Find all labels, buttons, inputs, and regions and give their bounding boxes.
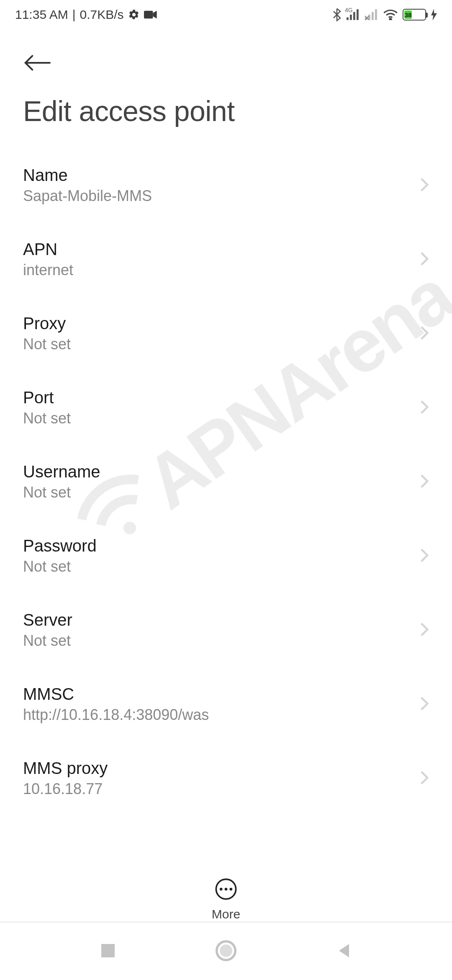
status-bar: 11:35 AM | 0.7KB/s 4G 38 — [0, 0, 452, 27]
svg-rect-15 — [101, 944, 115, 957]
setting-label: Proxy — [23, 314, 411, 333]
svg-point-13 — [225, 888, 228, 891]
square-icon — [100, 942, 116, 959]
chevron-right-icon — [420, 770, 429, 787]
chevron-right-icon — [420, 325, 429, 342]
back-button[interactable] — [23, 48, 53, 78]
chevron-right-icon — [420, 400, 429, 416]
chevron-right-icon — [420, 177, 429, 194]
svg-rect-0 — [144, 11, 153, 19]
navigation-bar — [0, 921, 452, 980]
status-data-rate: 0.7KB/s — [80, 8, 124, 22]
chevron-right-icon — [420, 548, 429, 565]
signal-no-sim-icon — [365, 9, 378, 20]
status-right: 4G 38 — [332, 8, 437, 21]
more-button[interactable]: More — [212, 878, 240, 921]
chevron-right-icon — [420, 251, 429, 268]
status-time: 11:35 AM — [15, 8, 68, 22]
svg-point-12 — [220, 888, 223, 891]
nav-back-button[interactable] — [336, 942, 352, 961]
svg-point-9 — [390, 18, 391, 20]
setting-value: Sapat-Mobile-MMS — [23, 187, 411, 205]
setting-value: Not set — [23, 632, 411, 650]
svg-rect-3 — [353, 12, 355, 20]
svg-rect-1 — [347, 17, 349, 20]
setting-value: Not set — [23, 335, 411, 353]
chevron-right-icon — [420, 474, 429, 490]
setting-label: Username — [23, 462, 411, 481]
svg-point-17 — [220, 944, 232, 957]
setting-value: Not set — [23, 558, 411, 575]
setting-port[interactable]: Port Not set — [23, 371, 429, 445]
setting-password[interactable]: Password Not set — [23, 519, 429, 593]
setting-label: Port — [23, 388, 411, 407]
charging-icon — [431, 9, 437, 21]
setting-apn[interactable]: APN internet — [23, 222, 429, 297]
setting-mmsc[interactable]: MMSC http://10.16.18.4:38090/was — [23, 667, 429, 741]
bluetooth-icon — [332, 8, 342, 21]
battery-fill: 38 — [404, 10, 412, 19]
setting-label: MMS proxy — [23, 759, 411, 778]
triangle-left-icon — [336, 942, 352, 959]
more-label: More — [212, 907, 240, 921]
action-bar: More — [0, 865, 452, 921]
page-title: Edit access point — [0, 82, 452, 148]
nav-recent-button[interactable] — [100, 942, 116, 961]
svg-rect-7 — [372, 12, 374, 20]
settings-list: Name Sapat-Mobile-MMS APN internet Proxy… — [0, 148, 452, 815]
battery-indicator: 38 — [403, 9, 426, 21]
svg-point-14 — [229, 888, 232, 891]
circle-icon — [215, 940, 237, 962]
setting-server[interactable]: Server Not set — [23, 593, 429, 667]
svg-rect-4 — [357, 9, 359, 20]
app-bar — [0, 27, 452, 82]
setting-label: APN — [23, 240, 411, 259]
setting-label: MMSC — [23, 685, 411, 704]
gear-icon — [128, 9, 140, 21]
setting-value: http://10.16.18.4:38090/was — [23, 706, 411, 724]
setting-name[interactable]: Name Sapat-Mobile-MMS — [23, 148, 429, 222]
svg-rect-8 — [375, 9, 377, 20]
arrow-left-icon — [23, 54, 51, 71]
setting-username[interactable]: Username Not set — [23, 445, 429, 519]
status-left: 11:35 AM | 0.7KB/s — [15, 8, 157, 22]
setting-proxy[interactable]: Proxy Not set — [23, 297, 429, 371]
video-camera-icon — [144, 10, 157, 20]
setting-value: Not set — [23, 410, 411, 427]
chevron-right-icon — [420, 622, 429, 639]
setting-label: Server — [23, 611, 411, 629]
setting-mms-proxy[interactable]: MMS proxy 10.16.18.77 — [23, 741, 429, 815]
setting-value: internet — [23, 261, 411, 279]
setting-label: Name — [23, 166, 411, 185]
setting-value: 10.16.18.77 — [23, 780, 411, 798]
svg-rect-2 — [350, 15, 352, 20]
more-icon — [215, 878, 237, 902]
setting-value: Not set — [23, 484, 411, 501]
setting-label: Password — [23, 536, 411, 555]
chevron-right-icon — [420, 696, 429, 713]
nav-home-button[interactable] — [215, 940, 237, 963]
signal-4g-icon: 4G — [347, 9, 360, 20]
wifi-icon — [383, 9, 398, 20]
